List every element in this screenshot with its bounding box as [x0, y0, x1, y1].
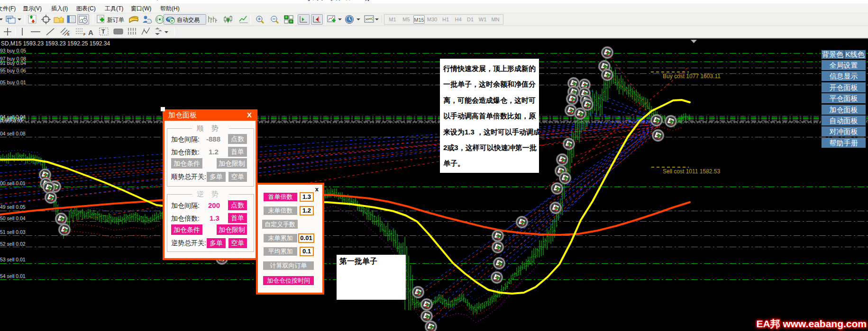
svg-text:T: T: [101, 28, 105, 35]
svg-text:Buy cost 1077 1603.11: Buy cost 1077 1603.11: [663, 73, 721, 80]
svg-text:0 sell 0.01: 0 sell 0.01: [0, 117, 23, 123]
svg-text:05 buy 0.01: 05 buy 0.01: [0, 80, 26, 85]
svg-text:95 buy 0.06: 95 buy 0.06: [0, 68, 26, 73]
svg-text:50 sell 0.04: 50 sell 0.04: [0, 215, 26, 221]
svg-text:91 buy 0.04: 91 buy 0.04: [0, 60, 26, 66]
svg-text:53 sell 0.01: 53 sell 0.01: [0, 257, 26, 262]
svg-text:52 sell 0.02: 52 sell 0.02: [0, 241, 26, 247]
svg-text:00 sell 0.01: 00 sell 0.01: [0, 180, 26, 186]
svg-text:54 sell 0.01: 54 sell 0.01: [0, 273, 26, 279]
svg-text:E: E: [67, 33, 70, 36]
svg-text:F: F: [83, 33, 86, 36]
svg-text:93 buy 0.05: 93 buy 0.05: [0, 48, 26, 54]
svg-text:SD,M15 1593.23 1593.23 1592.2: SD,M15 1593.23 1593.23 1592.25 1592.34: [1, 40, 110, 47]
svg-text:49 sell 0.05: 49 sell 0.05: [0, 204, 26, 210]
svg-text:Sell cost 1011 1582.53: Sell cost 1011 1582.53: [663, 168, 721, 175]
svg-text:04 sell 0.08: 04 sell 0.08: [0, 131, 26, 136]
svg-text:51 sell 0.03: 51 sell 0.03: [0, 229, 26, 235]
